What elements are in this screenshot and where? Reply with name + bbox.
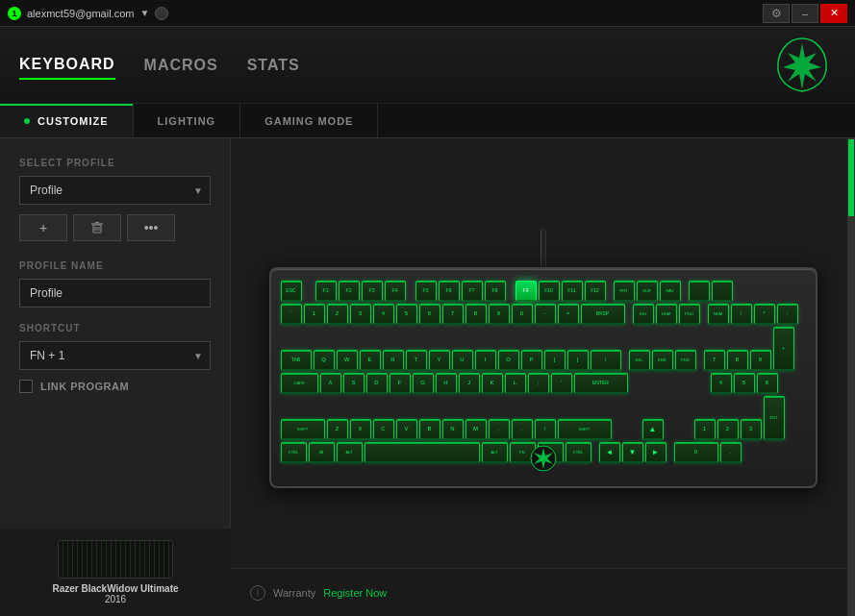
more-options-button[interactable]: ••• [127,214,175,241]
key-del[interactable]: DEL [629,350,650,371]
key-lwin[interactable]: ⊞ [309,442,335,463]
key-f10[interactable]: F10 [539,281,560,302]
key-pause[interactable]: PAU [660,281,681,302]
key-ins[interactable]: INS [633,304,654,325]
key-p[interactable]: P [521,350,542,371]
scrollbar[interactable] [847,138,855,616]
key-num2[interactable]: 2 [717,419,739,440]
key-f3[interactable]: F3 [362,281,383,302]
key-x[interactable]: X [350,419,371,440]
key-q[interactable]: Q [314,350,335,371]
key-num1[interactable]: 1 [694,419,716,440]
key-numminus[interactable]: - [777,304,798,325]
key-f11[interactable]: F11 [562,281,583,302]
key-f12[interactable]: F12 [585,281,606,302]
key-c[interactable]: C [373,419,394,440]
key-numstar[interactable]: * [754,304,775,325]
key-h[interactable]: H [436,373,457,394]
key-8[interactable]: 8 [465,304,487,325]
key-9[interactable]: 9 [489,304,510,325]
key-rctrl[interactable]: CTRL [566,442,591,463]
key-pgup[interactable]: PGU [679,304,700,325]
key-equals[interactable]: = [558,304,579,325]
key-num3[interactable]: 3 [741,419,762,440]
key-leftarrow[interactable]: ◄ [599,442,620,463]
key-scrlk[interactable]: SCR [637,281,658,302]
sub-nav-customize[interactable]: CUSTOMIZE [0,104,134,137]
key-minus[interactable]: - [535,304,556,325]
tab-stats[interactable]: STATS [247,52,300,79]
key-end[interactable]: END [652,350,673,371]
sub-nav-lighting[interactable]: LIGHTING [134,104,241,137]
key-f7[interactable]: F7 [462,281,483,302]
settings-button[interactable]: ⚙ [763,4,790,23]
key-macro2[interactable] [712,281,733,302]
add-profile-button[interactable]: + [19,214,67,241]
key-6[interactable]: 6 [419,304,440,325]
key-tab[interactable]: TAB [281,350,312,371]
key-f8[interactable]: F8 [485,281,506,302]
key-num0[interactable]: 0 [674,442,718,463]
profile-select[interactable]: Profile [19,176,211,205]
shortcut-select[interactable]: FN + 1 FN + 2 FN + 3 [19,341,211,370]
key-period[interactable]: . [512,419,533,440]
link-program-checkbox[interactable] [19,380,33,393]
key-f5[interactable]: F5 [415,281,437,302]
key-num8[interactable]: 8 [727,350,748,371]
minimize-button[interactable]: – [792,4,818,23]
key-t[interactable]: T [406,350,427,371]
key-uparrow[interactable]: ▲ [642,419,664,440]
key-numdot[interactable]: . [720,442,742,463]
key-y[interactable]: Y [429,350,450,371]
close-button[interactable]: ✕ [820,4,847,23]
key-tilde[interactable]: ` [281,304,302,325]
key-num9[interactable]: 9 [750,350,771,371]
key-j[interactable]: J [459,373,480,394]
key-quote[interactable]: ' [551,373,572,394]
register-now-link[interactable]: Register Now [323,587,387,599]
key-rbracket[interactable]: ] [567,350,589,371]
key-slash[interactable]: / [535,419,556,440]
key-macro1[interactable] [689,281,710,302]
key-e[interactable]: E [360,350,381,371]
profile-name-input[interactable] [19,279,211,308]
key-backslash[interactable]: \ [591,350,621,371]
key-ralt[interactable]: ALT [482,442,508,463]
key-u[interactable]: U [452,350,473,371]
key-numplus[interactable]: + [773,327,794,371]
key-m[interactable]: M [465,419,487,440]
key-lshift[interactable]: SHIFT [281,419,325,440]
delete-profile-button[interactable] [73,214,121,241]
key-rightarrow[interactable]: ► [645,442,666,463]
key-d[interactable]: D [366,373,388,394]
sub-nav-gaming-mode[interactable]: GAMING MODE [240,104,378,137]
key-f9[interactable]: F9 [516,281,537,302]
key-numslash[interactable]: / [731,304,752,325]
key-space[interactable] [365,442,480,463]
key-1[interactable]: 1 [304,304,325,325]
key-pgdn[interactable]: PGD [675,350,696,371]
key-f6[interactable]: F6 [439,281,460,302]
key-3[interactable]: 3 [350,304,371,325]
key-num4[interactable]: 4 [711,373,732,394]
tab-keyboard[interactable]: KEYBOARD [19,51,115,80]
key-capslock[interactable]: CAPS [281,373,318,394]
key-i[interactable]: I [475,350,496,371]
key-prtsc[interactable]: PRT [614,281,635,302]
key-2[interactable]: 2 [327,304,348,325]
key-w[interactable]: W [337,350,358,371]
key-a[interactable]: A [320,373,341,394]
key-lalt[interactable]: ALT [337,442,363,463]
key-7[interactable]: 7 [442,304,464,325]
key-r[interactable]: R [383,350,404,371]
key-v[interactable]: V [396,419,417,440]
key-5[interactable]: 5 [396,304,417,325]
tab-macros[interactable]: MACROS [144,52,218,79]
key-b[interactable]: B [419,419,440,440]
key-z[interactable]: Z [327,419,348,440]
key-num6[interactable]: 6 [757,373,778,394]
key-esc[interactable]: ESC [281,281,302,302]
key-backspace[interactable]: BKSP [581,304,625,325]
key-lbracket[interactable]: [ [544,350,566,371]
key-enter[interactable]: ENTER [574,373,628,394]
